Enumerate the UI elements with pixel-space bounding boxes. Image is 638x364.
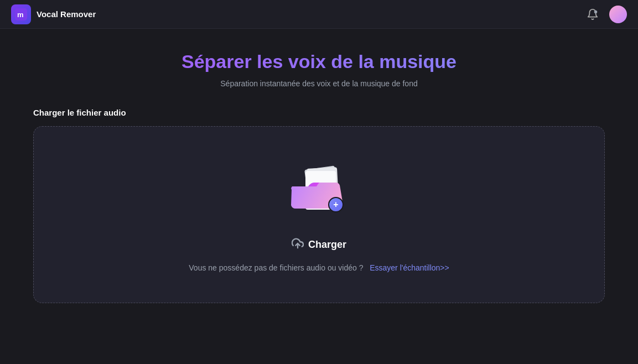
svg-point-2 — [594, 10, 598, 13]
upload-label: Charger — [308, 239, 346, 251]
try-sample-link[interactable]: Essayer l'échantillon>> — [370, 263, 449, 272]
header-left: m Vocal Remover — [11, 4, 96, 24]
avatar[interactable] — [609, 6, 627, 23]
notification-icon[interactable] — [584, 6, 601, 23]
app-title: Vocal Remover — [37, 9, 96, 19]
app-header: m Vocal Remover — [0, 0, 638, 29]
upload-dropzone[interactable]: + — [33, 126, 605, 303]
svg-text:m: m — [17, 11, 24, 19]
upload-icon — [292, 237, 304, 252]
upload-button[interactable]: Charger — [292, 237, 346, 252]
main-content: Séparer les voix de la musique Séparatio… — [0, 29, 638, 320]
folder-illustration: + — [283, 163, 355, 224]
header-right — [584, 6, 627, 23]
page-title: Séparer les voix de la musique — [33, 51, 605, 72]
page-subtitle: Séparation instantanée des voix et de la… — [33, 79, 605, 88]
section-label: Charger le fichier audio — [33, 108, 605, 117]
app-logo: m — [11, 4, 31, 24]
svg-text:+: + — [333, 200, 338, 209]
no-files-text: Vous ne possédez pas de fichiers audio o… — [189, 263, 363, 272]
sample-row: Vous ne possédez pas de fichiers audio o… — [189, 263, 449, 272]
